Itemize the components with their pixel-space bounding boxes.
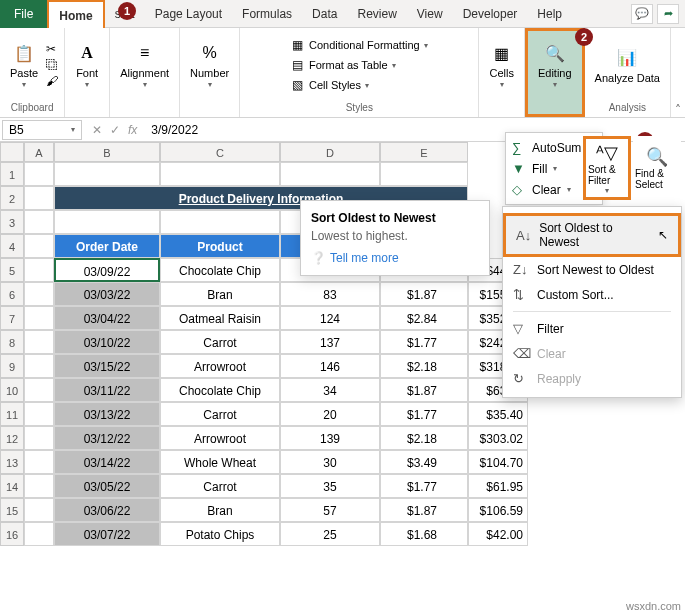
sort-oldest-to-newest[interactable]: A↓Sort Oldest to Newest↖ bbox=[503, 213, 681, 257]
cell-product[interactable]: Chocolate Chip bbox=[160, 258, 280, 282]
cell-product[interactable]: Carrot bbox=[160, 402, 280, 426]
cell-ext[interactable]: $303.02 bbox=[468, 426, 528, 450]
cell-date[interactable]: 03/06/22 bbox=[54, 498, 160, 522]
col-header-c[interactable]: C bbox=[160, 142, 280, 162]
alignment-button[interactable]: ≡ Alignment ▾ bbox=[116, 39, 173, 90]
cell-price[interactable]: $1.87 bbox=[380, 498, 468, 522]
cell-product[interactable]: Chocolate Chip bbox=[160, 378, 280, 402]
cell-price[interactable]: $1.68 bbox=[380, 522, 468, 546]
row-header-16[interactable]: 16 bbox=[0, 522, 24, 546]
format-painter-icon[interactable]: 🖌 bbox=[46, 74, 58, 88]
cut-icon[interactable]: ✂ bbox=[46, 42, 58, 56]
cell-price[interactable]: $1.77 bbox=[380, 402, 468, 426]
cell-qty[interactable]: 20 bbox=[280, 402, 380, 426]
fx-icon[interactable]: fx bbox=[128, 123, 137, 137]
cell[interactable] bbox=[24, 378, 54, 402]
cell[interactable] bbox=[24, 498, 54, 522]
sort-filter-button[interactable]: ᴬ▽ Sort & Filter ▾ bbox=[583, 136, 631, 200]
cell-product[interactable]: Arrowroot bbox=[160, 354, 280, 378]
cell-qty[interactable]: 57 bbox=[280, 498, 380, 522]
row-header-4[interactable]: 4 bbox=[0, 234, 24, 258]
cell[interactable] bbox=[54, 162, 160, 186]
cell[interactable] bbox=[24, 282, 54, 306]
cell-qty[interactable]: 30 bbox=[280, 450, 380, 474]
collapse-ribbon-button[interactable]: ˄ bbox=[671, 28, 685, 117]
cell-qty[interactable]: 35 bbox=[280, 474, 380, 498]
row-header-1[interactable]: 1 bbox=[0, 162, 24, 186]
row-header-12[interactable]: 12 bbox=[0, 426, 24, 450]
cell-product[interactable]: Oatmeal Raisin bbox=[160, 306, 280, 330]
share-button[interactable]: ➦ bbox=[657, 4, 679, 24]
cell[interactable] bbox=[24, 186, 54, 210]
cell-ext[interactable]: $106.59 bbox=[468, 498, 528, 522]
cell[interactable] bbox=[24, 234, 54, 258]
cell[interactable] bbox=[160, 162, 280, 186]
number-button[interactable]: % Number ▾ bbox=[186, 39, 233, 90]
cell-date[interactable]: 03/10/22 bbox=[54, 330, 160, 354]
name-box[interactable]: B5 ▾ bbox=[2, 120, 82, 140]
row-header-6[interactable]: 6 bbox=[0, 282, 24, 306]
cell[interactable] bbox=[24, 210, 54, 234]
conditional-formatting-button[interactable]: ▦Conditional Formatting▾ bbox=[289, 36, 430, 54]
cell-date[interactable]: 03/04/22 bbox=[54, 306, 160, 330]
cell[interactable] bbox=[24, 474, 54, 498]
cell-qty[interactable]: 34 bbox=[280, 378, 380, 402]
cell-product[interactable]: Carrot bbox=[160, 330, 280, 354]
cell-date[interactable]: 03/11/22 bbox=[54, 378, 160, 402]
copy-icon[interactable]: ⿻ bbox=[46, 58, 58, 72]
cell-qty[interactable]: 124 bbox=[280, 306, 380, 330]
tell-me-more-link[interactable]: ❔Tell me more bbox=[311, 251, 479, 265]
cell-price[interactable]: $1.87 bbox=[380, 282, 468, 306]
custom-sort[interactable]: ⇅Custom Sort... bbox=[503, 282, 681, 307]
sort-newest-to-oldest[interactable]: Z↓Sort Newest to Oldest bbox=[503, 257, 681, 282]
row-header-13[interactable]: 13 bbox=[0, 450, 24, 474]
cell-ext[interactable]: $61.95 bbox=[468, 474, 528, 498]
cell-price[interactable]: $1.77 bbox=[380, 330, 468, 354]
tab-formulas[interactable]: Formulas bbox=[232, 0, 302, 28]
cell[interactable] bbox=[54, 210, 160, 234]
cell[interactable] bbox=[24, 306, 54, 330]
col-header-a[interactable]: A bbox=[24, 142, 54, 162]
cell-product[interactable]: Bran bbox=[160, 282, 280, 306]
cell-date[interactable]: 03/07/22 bbox=[54, 522, 160, 546]
cell-price[interactable]: $3.49 bbox=[380, 450, 468, 474]
paste-button[interactable]: 📋 Paste ▾ bbox=[6, 39, 42, 90]
tab-file[interactable]: File bbox=[0, 0, 47, 28]
cell[interactable] bbox=[24, 162, 54, 186]
comments-button[interactable]: 💬 bbox=[631, 4, 653, 24]
cell-product[interactable]: Carrot bbox=[160, 474, 280, 498]
cell-date[interactable]: 03/14/22 bbox=[54, 450, 160, 474]
cell-qty[interactable]: 137 bbox=[280, 330, 380, 354]
font-button[interactable]: A Font ▾ bbox=[71, 39, 103, 90]
analyze-data-button[interactable]: 📊 Analyze Data bbox=[591, 44, 664, 86]
row-header-5[interactable]: 5 bbox=[0, 258, 24, 282]
tab-home[interactable]: Home bbox=[47, 0, 104, 28]
header-order-date[interactable]: Order Date bbox=[54, 234, 160, 258]
find-select-button[interactable]: 🔍 Find & Select bbox=[633, 136, 681, 200]
cell-date[interactable]: 03/13/22 bbox=[54, 402, 160, 426]
cell-price[interactable]: $1.77 bbox=[380, 474, 468, 498]
cell[interactable] bbox=[380, 162, 468, 186]
cell-product[interactable]: Potato Chips bbox=[160, 522, 280, 546]
cell-product[interactable]: Arrowroot bbox=[160, 426, 280, 450]
tab-review[interactable]: Review bbox=[347, 0, 406, 28]
cell[interactable] bbox=[160, 210, 280, 234]
cell-price[interactable]: $2.18 bbox=[380, 426, 468, 450]
cell-product[interactable]: Bran bbox=[160, 498, 280, 522]
cell-date[interactable]: 03/05/22 bbox=[54, 474, 160, 498]
tab-developer[interactable]: Developer bbox=[453, 0, 528, 28]
cell-ext[interactable]: $42.00 bbox=[468, 522, 528, 546]
cell-qty[interactable]: 83 bbox=[280, 282, 380, 306]
cell[interactable] bbox=[280, 162, 380, 186]
col-header-d[interactable]: D bbox=[280, 142, 380, 162]
row-header-8[interactable]: 8 bbox=[0, 330, 24, 354]
cell-ext[interactable]: $104.70 bbox=[468, 450, 528, 474]
cancel-icon[interactable]: ✕ bbox=[92, 123, 102, 137]
cell-qty[interactable]: 146 bbox=[280, 354, 380, 378]
cell-product[interactable]: Whole Wheat bbox=[160, 450, 280, 474]
cell[interactable] bbox=[24, 258, 54, 282]
tab-data[interactable]: Data bbox=[302, 0, 347, 28]
cell-date[interactable]: 03/03/22 bbox=[54, 282, 160, 306]
tab-page-layout[interactable]: Page Layout bbox=[145, 0, 232, 28]
cell-date[interactable]: 03/15/22 bbox=[54, 354, 160, 378]
